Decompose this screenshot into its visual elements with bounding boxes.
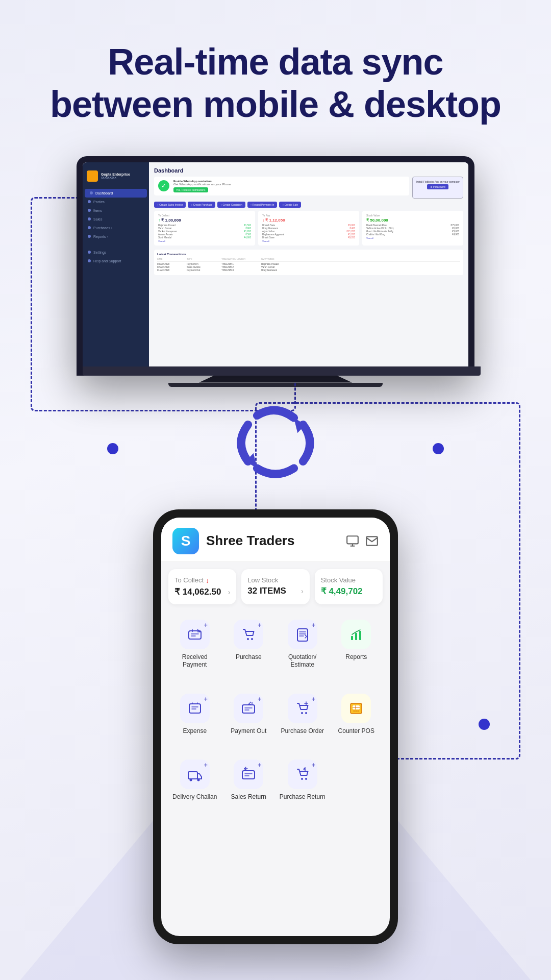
quotation-icon — [295, 627, 310, 642]
sidebar-item-settings[interactable]: Settings — [83, 248, 149, 257]
laptop-device: Gupta Enterprise XXXXXXXXX Dashboard Par… — [77, 156, 474, 376]
counter-pos-icon — [348, 701, 364, 716]
to-pay-card: To Pay ↓ ₹ 1,12,050 Umesh Sata₹3,000 Uda… — [258, 211, 359, 246]
received-payment-label: Received Payment — [171, 653, 218, 669]
received-payment-icon-wrap: + — [180, 620, 210, 649]
delivery-challan-plus: + — [204, 762, 208, 769]
hero-title: Real-time data sync between mobile & des… — [19, 41, 532, 126]
svg-point-11 — [305, 712, 307, 714]
record-payment-btn[interactable]: ↑ Record Payment In — [247, 202, 278, 208]
laptop-main-content: Dashboard ✓ Enable WhatsApp reminders. G… — [149, 162, 468, 366]
delivery-challan-action[interactable]: + Delivery Challan — [168, 752, 221, 808]
sales-return-icon-wrap: + — [234, 760, 263, 789]
dashboard-cards: To Collect ↓ ₹ 14,062.50 › Low Stock 32 … — [161, 562, 390, 607]
sidebar-item-dashboard[interactable]: Dashboard — [85, 189, 147, 198]
stock-list: Diwali Basmati Rice₹75,000 Saffron Activ… — [366, 224, 459, 239]
blue-dot-mobile-right — [479, 719, 490, 730]
logo-icon — [87, 170, 98, 182]
sidebar-item-purchases[interactable]: Purchases › — [83, 224, 149, 232]
purchase-return-label: Purchase Return — [280, 793, 325, 801]
quotation-action[interactable]: + Quotation/ Estimate — [276, 612, 329, 676]
stock-value-label: Stock Value — [366, 214, 459, 217]
action-buttons-row: + Create Sales Invoice + Create Purchase… — [154, 202, 463, 208]
view-all-stock-link[interactable]: View all — [366, 237, 459, 239]
blue-dot-right — [433, 443, 444, 454]
low-stock-card[interactable]: Low Stock 32 ITEMS › — [241, 569, 309, 604]
laptop-base — [83, 366, 481, 376]
view-all-collect-link[interactable]: View all — [158, 240, 251, 242]
sidebar-item-items[interactable]: Items — [83, 206, 149, 215]
sales-return-icon — [241, 767, 256, 782]
sidebar-item-help[interactable]: Help and Support — [83, 257, 149, 265]
laptop-stand — [199, 376, 352, 383]
company-name: Gupta Enterprise XXXXXXXXX — [101, 173, 130, 179]
quotation-plus: + — [312, 622, 315, 629]
view-all-pay-link[interactable]: View all — [262, 240, 355, 242]
svg-rect-5 — [351, 636, 353, 640]
expense-icon — [187, 701, 203, 716]
delivery-challan-icon-wrap: + — [180, 760, 210, 789]
received-payment-action[interactable]: + Received Payment — [168, 612, 221, 676]
purchase-order-plus: + — [312, 696, 315, 703]
sidebar-item-sales[interactable]: Sales — [83, 215, 149, 224]
stock-value-mobile-card: Stock Value ₹ 4,49,702 — [315, 569, 383, 604]
to-collect-card: To Collect ↑ ₹ 1,00,000 Rajendra Prasad₹… — [154, 211, 255, 246]
purchase-return-action[interactable]: + Purchase Return — [276, 752, 329, 808]
sync-section — [46, 387, 505, 499]
monitor-icon — [346, 534, 359, 548]
purchase-order-action[interactable]: + Purchase Order — [276, 687, 329, 743]
to-collect-mobile-label: To Collect ↓ — [174, 576, 230, 584]
svg-point-2 — [247, 638, 249, 640]
business-logo: S — [172, 528, 199, 554]
purchase-order-label: Purchase Order — [281, 727, 324, 736]
purchase-label: Purchase — [236, 653, 262, 662]
stock-value-mobile-label: Stock Value — [321, 576, 377, 584]
purchase-return-icon — [295, 767, 310, 782]
expense-label: Expense — [183, 727, 207, 736]
reports-icon — [348, 627, 364, 642]
svg-point-16 — [197, 779, 199, 781]
install-app-box: Install FloBooks App on your computer ⬇ … — [412, 177, 463, 199]
expense-action[interactable]: + Expense — [168, 687, 221, 743]
svg-point-15 — [189, 779, 192, 781]
svg-rect-14 — [188, 772, 197, 779]
create-quotation-btn[interactable]: + Create Quotation — [217, 202, 245, 208]
create-sale-btn[interactable]: + Create Sale — [279, 202, 301, 208]
empty-slot — [330, 752, 383, 808]
payment-out-label: Payment Out — [231, 727, 266, 736]
payment-out-action[interactable]: + Payment Out — [222, 687, 276, 743]
create-purchase-btn[interactable]: + Create Purchase — [188, 202, 215, 208]
expense-plus: + — [204, 696, 208, 703]
phone-screen: S Shree Traders — [161, 518, 390, 936]
sales-return-action[interactable]: + Sales Return — [222, 752, 276, 808]
laptop-logo: Gupta Enterprise XXXXXXXXX — [83, 167, 149, 185]
create-sales-invoice-btn[interactable]: + Create Sales Invoice — [154, 202, 186, 208]
expense-icon-wrap: + — [180, 694, 210, 723]
svg-rect-7 — [359, 631, 361, 640]
svg-rect-17 — [242, 771, 255, 779]
dashboard-title: Dashboard — [154, 167, 463, 174]
to-collect-mobile-card[interactable]: To Collect ↓ ₹ 14,062.50 › — [168, 569, 236, 604]
sales-return-label: Sales Return — [231, 793, 266, 801]
purchase-icon — [241, 627, 256, 642]
quotation-label: Quotation/ Estimate — [279, 653, 326, 669]
actions-row-1: + Received Payment + — [161, 607, 390, 681]
whatsapp-icon: ✓ — [158, 180, 169, 191]
purchase-return-plus: + — [312, 762, 315, 769]
purchase-action[interactable]: + Purchase — [222, 612, 276, 676]
counter-pos-action[interactable]: Counter POS — [330, 687, 383, 743]
laptop-screen: Gupta Enterprise XXXXXXXXX Dashboard Par… — [83, 162, 468, 366]
purchase-order-icon-wrap: + — [288, 694, 317, 723]
install-now-btn[interactable]: ⬇ Install Now — [427, 184, 448, 189]
reports-action[interactable]: Reports — [330, 612, 383, 676]
reports-label: Reports — [345, 653, 367, 662]
blue-dot-left — [107, 443, 118, 454]
laptop-section: Gupta Enterprise XXXXXXXXX Dashboard Par… — [46, 156, 505, 387]
sidebar-item-parties[interactable]: Parties — [83, 198, 149, 206]
laptop-sidebar: Gupta Enterprise XXXXXXXXX Dashboard Par… — [83, 162, 149, 366]
sidebar-item-reports[interactable]: Reports › — [83, 232, 149, 241]
delivery-challan-icon — [187, 767, 203, 782]
purchase-return-icon-wrap: + — [288, 760, 317, 789]
enable-notifications-btn[interactable]: Yes, Receive Notifications — [173, 187, 208, 192]
mobile-section: S Shree Traders — [46, 509, 505, 975]
